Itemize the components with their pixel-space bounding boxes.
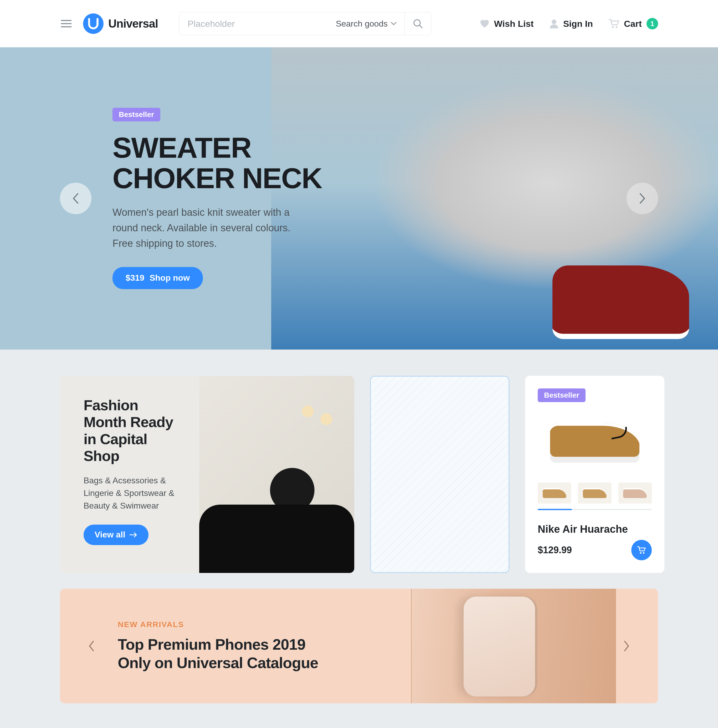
product-bottom: $129.99 bbox=[538, 540, 652, 560]
banner-content: NEW ARRIVALS Top Premium Phones 2019 Onl… bbox=[118, 620, 338, 672]
header-right: Wish List Sign In Cart 1 bbox=[480, 18, 658, 29]
hamburger-menu-button[interactable] bbox=[60, 17, 72, 30]
promo-card-fashion[interactable]: Fashion Month Ready in Capital Shop Bags… bbox=[60, 376, 354, 573]
svg-point-2 bbox=[612, 26, 614, 28]
hamburger-icon bbox=[61, 20, 72, 28]
header: Universal Search goods Wish List Sign In bbox=[0, 0, 718, 47]
cart-icon bbox=[609, 19, 619, 28]
hero-carousel: Bestseller SWEATER CHOKER NECK Women's p… bbox=[0, 47, 718, 350]
product-thumbnail[interactable] bbox=[618, 483, 652, 503]
banner-image bbox=[411, 589, 616, 703]
hero-title: SWEATER CHOKER NECK bbox=[112, 133, 322, 193]
chevron-right-icon bbox=[623, 640, 630, 652]
svg-point-1 bbox=[552, 20, 556, 24]
hero-price: $319 bbox=[126, 273, 144, 283]
view-all-label: View all bbox=[95, 530, 126, 540]
chevron-right-icon bbox=[638, 193, 646, 204]
feature-cards-row: Fashion Month Ready in Capital Shop Bags… bbox=[0, 350, 718, 589]
banner-prev-button[interactable] bbox=[84, 638, 100, 654]
heart-icon bbox=[480, 19, 489, 28]
cart-count-badge: 1 bbox=[646, 18, 658, 29]
product-thumbnail[interactable] bbox=[538, 483, 571, 503]
hero-cta-label: Shop now bbox=[150, 273, 190, 283]
svg-point-5 bbox=[643, 552, 645, 554]
cart-icon bbox=[637, 546, 646, 554]
product-price: $129.99 bbox=[538, 544, 572, 555]
promo-image bbox=[199, 376, 354, 573]
phone-illustration bbox=[464, 596, 537, 696]
svg-point-3 bbox=[615, 26, 617, 28]
product-name: Nike Air Huarache bbox=[538, 523, 652, 535]
search-bar: Search goods bbox=[179, 12, 431, 35]
logo-mark bbox=[83, 14, 104, 34]
logo-icon bbox=[87, 17, 100, 30]
promo-content: Fashion Month Ready in Capital Shop Bags… bbox=[60, 376, 199, 573]
promo-description: Bags & Acsessories & Lingerie & Sportswe… bbox=[84, 474, 184, 512]
banner-title: Top Premium Phones 2019 Only on Universa… bbox=[118, 635, 338, 672]
search-input[interactable] bbox=[179, 12, 328, 35]
view-all-button[interactable]: View all bbox=[84, 525, 148, 545]
search-category-label: Search goods bbox=[336, 19, 388, 29]
logo-text: Universal bbox=[108, 17, 158, 30]
hero-content: Bestseller SWEATER CHOKER NECK Women's p… bbox=[0, 108, 322, 289]
chevron-left-icon bbox=[88, 640, 95, 652]
wishlist-label: Wish List bbox=[494, 19, 534, 29]
shop-now-button[interactable]: $319 Shop now bbox=[112, 267, 203, 289]
user-icon bbox=[550, 19, 559, 28]
promo-title: Fashion Month Ready in Capital Shop bbox=[84, 397, 184, 465]
add-to-cart-button[interactable] bbox=[631, 540, 652, 560]
placeholder-card[interactable] bbox=[370, 376, 509, 573]
product-card[interactable]: Bestseller Nike Air Huarache $129.99 bbox=[525, 376, 664, 573]
hero-description: Women's pearl basic knit sweater with a … bbox=[112, 205, 291, 251]
search-button[interactable] bbox=[405, 12, 431, 35]
product-image bbox=[538, 407, 652, 473]
chevron-down-icon bbox=[391, 22, 397, 26]
logo[interactable]: Universal bbox=[83, 14, 158, 34]
product-thumbnail[interactable] bbox=[578, 483, 611, 503]
product-thumbnails bbox=[538, 483, 652, 503]
new-arrivals-banner: NEW ARRIVALS Top Premium Phones 2019 Onl… bbox=[60, 589, 658, 703]
hero-title-line1: SWEATER bbox=[112, 132, 251, 164]
banner-next-button[interactable] bbox=[618, 638, 634, 654]
bestseller-badge: Bestseller bbox=[112, 108, 160, 121]
cart-link[interactable]: Cart 1 bbox=[609, 18, 658, 29]
arrow-right-icon bbox=[130, 532, 138, 537]
hero-shoe-illustration bbox=[553, 265, 689, 339]
search-icon bbox=[413, 19, 423, 29]
product-bestseller-badge: Bestseller bbox=[538, 388, 586, 402]
carousel-next-button[interactable] bbox=[626, 183, 658, 214]
shoe-illustration bbox=[550, 423, 640, 457]
banner-eyebrow: NEW ARRIVALS bbox=[118, 620, 338, 629]
search-category-dropdown[interactable]: Search goods bbox=[328, 12, 405, 35]
wishlist-link[interactable]: Wish List bbox=[480, 19, 534, 29]
signin-link[interactable]: Sign In bbox=[550, 19, 593, 29]
cart-label: Cart bbox=[624, 19, 642, 29]
thumbnail-indicator bbox=[538, 509, 652, 510]
hero-title-line2: CHOKER NECK bbox=[112, 162, 322, 194]
signin-label: Sign In bbox=[563, 19, 593, 29]
svg-point-4 bbox=[640, 552, 641, 554]
